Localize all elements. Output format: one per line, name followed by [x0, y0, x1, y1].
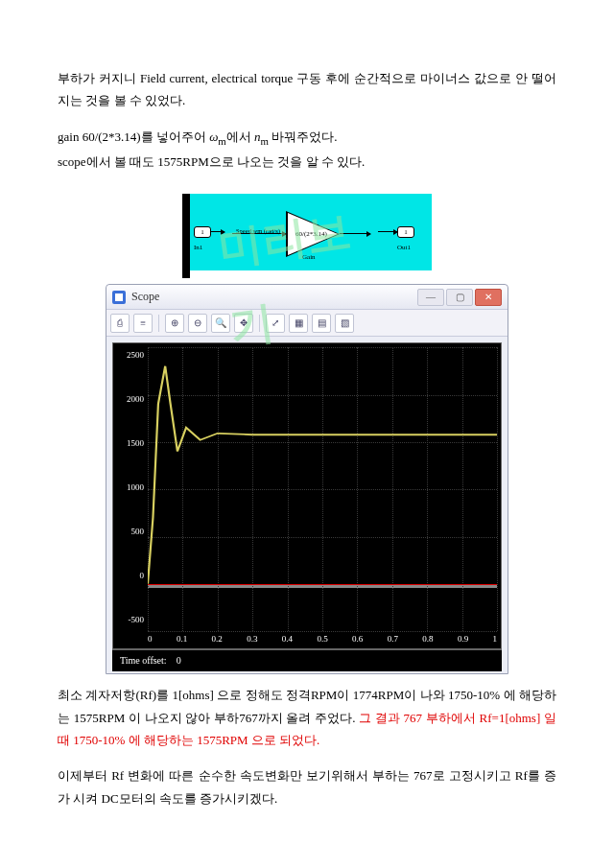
y-axis-ticks: 2500 2000 1500 1000 500 0 -500	[113, 343, 148, 631]
ytick: 1000	[113, 480, 144, 495]
omega-sub: m	[218, 134, 225, 146]
paragraph-4: 최소 계자저항(Rf)를 1[ohms] 으로 정해도 정격RPM이 1774R…	[58, 684, 556, 751]
p2-part-e: 바꿔주었다.	[269, 129, 338, 144]
xtick: 1	[493, 631, 498, 648]
response-curve	[148, 347, 497, 631]
xtick: 0.6	[352, 631, 363, 648]
scope-plot[interactable]: 2500 2000 1500 1000 500 0 -500	[112, 342, 502, 649]
params-icon[interactable]: ≡	[133, 314, 153, 333]
ytick: 1500	[113, 435, 144, 451]
omega-symbol: ω	[209, 129, 218, 144]
paragraph-3: scope에서 볼 때도 1575RPM으로 나오는 것을 알 수 있다.	[58, 154, 365, 169]
n-sub: m	[261, 134, 269, 146]
speed-label: Speed wm (rad/s)	[236, 225, 280, 237]
x-axis-ticks: 0 0.1 0.2 0.3 0.4 0.5 0.6 0.7 0.8 0.9 1	[148, 631, 497, 648]
cfg1-icon[interactable]: ▦	[289, 314, 308, 333]
scope-titlebar[interactable]: Scope — ▢ ✕	[106, 285, 508, 310]
ytick: 0	[113, 568, 144, 583]
time-offset-bar: Time offset: 0	[112, 649, 502, 671]
ytick: -500	[113, 612, 144, 627]
gain-triangle	[288, 213, 338, 255]
p2-part-c: 에서	[226, 129, 254, 144]
xtick: 0.9	[458, 631, 468, 648]
scope-title: Scope	[131, 287, 159, 308]
ytick: 2500	[113, 347, 144, 363]
zoom-out-icon[interactable]: ⊖	[188, 314, 207, 333]
paragraph-1: 부하가 커지니 Field current, electrical torque…	[58, 67, 556, 112]
simulink-diagram: 1 In1 Speed wm (rad/s) 60/(2*3.14) Gain …	[58, 186, 556, 274]
scope-app-icon	[112, 291, 126, 304]
xtick: 0.8	[422, 631, 433, 648]
scope-body: 2500 2000 1500 1000 500 0 -500	[106, 337, 508, 673]
scope-figure: Scope — ▢ ✕ ⎙ ≡ ⊕ ⊖ 🔍 ✥ ⤢ ▦ ▤ ▧ 2500 200…	[58, 284, 556, 674]
xtick: 0.5	[317, 631, 327, 648]
in-port: 1	[194, 226, 211, 238]
cfg3-icon[interactable]: ▧	[335, 314, 354, 333]
paragraph-5: 이제부터 Rf 변화에 따른 순수한 속도변화만 보기위해서 부하는 767로 …	[58, 764, 556, 809]
wire-1	[211, 231, 224, 232]
bus-selector-1	[182, 194, 190, 236]
wire-4	[378, 231, 397, 232]
gain-label: Gain	[302, 251, 316, 264]
cfg2-icon[interactable]: ▤	[312, 314, 331, 333]
autoscale-icon[interactable]: ⤢	[266, 314, 285, 333]
zoom-box-icon[interactable]: 🔍	[211, 314, 230, 333]
ytick: 2000	[113, 391, 144, 407]
scope-toolbar: ⎙ ≡ ⊕ ⊖ 🔍 ✥ ⤢ ▦ ▤ ▧	[106, 310, 508, 337]
out-port: 1	[397, 226, 414, 238]
close-button[interactable]: ✕	[475, 289, 502, 306]
xtick: 0.7	[388, 631, 398, 648]
time-offset-label: Time offset:	[120, 655, 167, 666]
bus-selector-2	[182, 236, 190, 278]
xtick: 0	[148, 631, 153, 648]
p2-part-a: gain 60/(2*3.14)를 넣어주어	[58, 129, 209, 144]
xtick: 0.3	[247, 631, 257, 648]
ytick: 500	[113, 524, 144, 539]
paragraph-2: gain 60/(2*3.14)를 넣어주어 ωm에서 nm 바꿔주었다. sc…	[58, 126, 556, 173]
toolbar-separator	[158, 315, 159, 332]
in-port-label: In1	[194, 242, 202, 254]
toolbar-separator-2	[259, 315, 260, 332]
wire-3	[340, 233, 370, 234]
xtick: 0.1	[177, 631, 187, 648]
minimize-button[interactable]: —	[417, 289, 444, 306]
pan-icon[interactable]: ✥	[234, 314, 253, 333]
print-icon[interactable]: ⎙	[110, 314, 130, 333]
plot-grid-area	[148, 347, 497, 631]
xtick: 0.4	[282, 631, 293, 648]
zoom-in-icon[interactable]: ⊕	[165, 314, 184, 333]
maximize-button[interactable]: ▢	[446, 289, 473, 306]
xtick: 0.2	[212, 631, 223, 648]
scope-window: Scope — ▢ ✕ ⎙ ≡ ⊕ ⊖ 🔍 ✥ ⤢ ▦ ▤ ▧ 2500 200…	[106, 284, 508, 674]
out-port-label: Out1	[397, 242, 411, 254]
time-offset-value: 0	[177, 655, 181, 666]
wire-2	[232, 233, 286, 234]
